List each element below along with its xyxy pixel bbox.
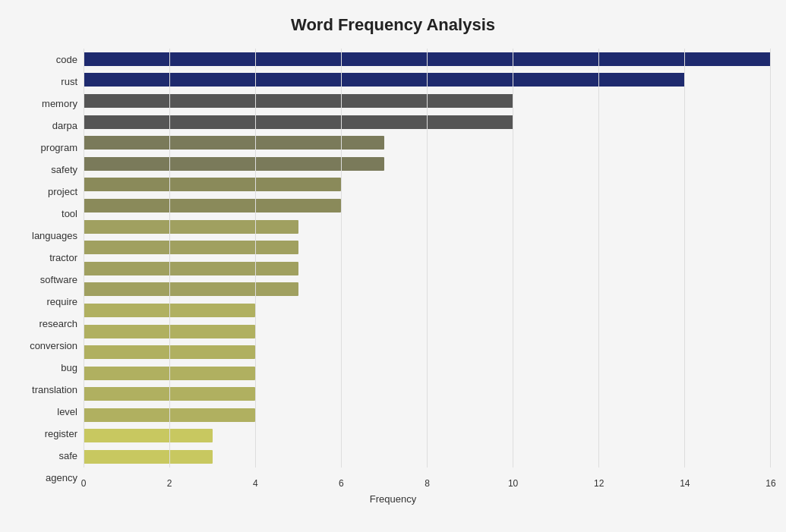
x-tick-label: 16 <box>759 478 782 489</box>
x-tick-label: 8 <box>416 478 439 489</box>
x-tick-label: 6 <box>330 478 352 489</box>
bar-row <box>84 134 771 151</box>
bar-row <box>84 365 771 382</box>
x-axis-labels: 0246810121416 <box>84 467 771 489</box>
bar <box>84 115 513 129</box>
x-tick-label: 0 <box>72 478 95 489</box>
bar <box>84 262 298 275</box>
bar-row <box>84 302 771 319</box>
y-label: languages <box>15 226 77 246</box>
y-label: bug <box>15 358 77 378</box>
bar <box>84 220 298 234</box>
y-label: require <box>15 292 77 312</box>
bar-row <box>84 449 771 465</box>
bar-row <box>84 114 771 131</box>
y-label: safe <box>15 446 77 466</box>
bar <box>84 450 213 464</box>
bar-row <box>84 197 771 214</box>
bar <box>84 325 255 338</box>
y-label: conversion <box>15 336 77 356</box>
x-tick-label: 14 <box>674 478 696 489</box>
bar-row <box>84 71 771 88</box>
bar <box>84 199 341 212</box>
chart-container: Word Frequency Analysis coderustmemoryda… <box>0 0 786 532</box>
y-label: register <box>15 424 77 444</box>
bar-row <box>84 407 771 423</box>
x-tick-label: 12 <box>588 478 611 489</box>
bar-row <box>84 386 771 402</box>
bar <box>84 282 298 296</box>
bar <box>84 345 255 359</box>
bar-row <box>84 281 771 297</box>
y-label: darpa <box>15 116 77 136</box>
y-label: project <box>15 182 77 202</box>
bar-row <box>84 156 771 172</box>
y-label: rust <box>15 72 77 92</box>
y-axis-labels: coderustmemorydarpaprogramsafetyprojectt… <box>15 49 84 489</box>
y-label: software <box>15 270 77 290</box>
bar <box>84 408 255 422</box>
y-label: program <box>15 138 77 158</box>
bar-row <box>84 323 771 340</box>
bar-row <box>84 260 771 277</box>
bar <box>84 157 384 171</box>
bar-row <box>84 239 771 256</box>
y-label: translation <box>15 380 77 400</box>
bar-row <box>84 93 771 109</box>
x-tick-label: 2 <box>158 478 181 489</box>
bars-and-grid: 0246810121416 <box>84 49 771 489</box>
bar <box>84 387 255 401</box>
y-label: level <box>15 402 77 422</box>
y-label: research <box>15 314 77 334</box>
y-label: safety <box>15 160 77 180</box>
bar-row <box>84 176 771 193</box>
x-axis-title: Frequency <box>15 493 771 505</box>
bar-row <box>84 344 771 360</box>
bar-row <box>84 51 771 68</box>
y-label: code <box>15 50 77 70</box>
y-label: memory <box>15 94 77 114</box>
bar <box>84 73 685 87</box>
y-label: tractor <box>15 248 77 268</box>
bar <box>84 429 213 442</box>
x-tick-label: 4 <box>244 478 267 489</box>
bar <box>84 241 298 254</box>
x-tick-label: 10 <box>502 478 525 489</box>
bar-row <box>84 427 771 444</box>
bar <box>84 136 384 150</box>
bar <box>84 304 255 317</box>
chart-area: coderustmemorydarpaprogramsafetyprojectt… <box>15 49 771 489</box>
chart-title: Word Frequency Analysis <box>15 15 771 35</box>
bar-row <box>84 219 771 235</box>
bar <box>84 367 255 380</box>
y-label: agency <box>15 468 77 488</box>
y-label: tool <box>15 204 77 224</box>
bar <box>84 178 341 191</box>
bar <box>84 94 513 108</box>
bar <box>84 52 771 66</box>
bars-wrapper <box>84 49 771 489</box>
